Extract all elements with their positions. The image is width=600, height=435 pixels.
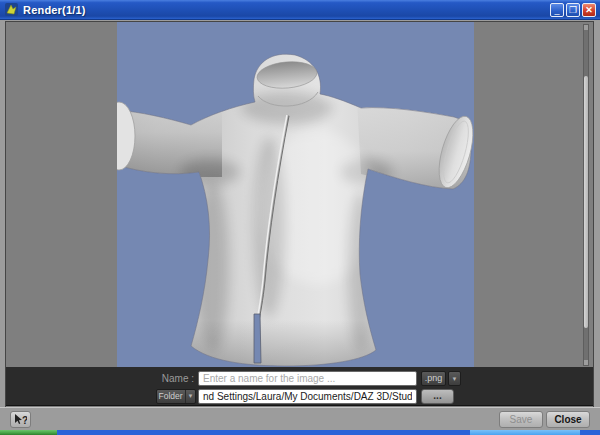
format-select[interactable]: .png <box>421 371 446 386</box>
scroll-down-icon[interactable] <box>584 360 588 365</box>
minimize-button[interactable]: _ <box>550 3 564 17</box>
start-button-edge <box>0 430 57 435</box>
save-form-bar: Name : .png ▼ Folder ▼ ... <box>6 367 593 406</box>
footer-bar: ? Save Close <box>0 407 600 430</box>
taskbar-edge <box>0 430 600 435</box>
window-controls: _ ❐ ✕ <box>550 3 596 17</box>
close-window-button[interactable]: ✕ <box>582 3 596 17</box>
folder-label: Folder <box>158 390 182 403</box>
help-cursor-icon: ? <box>14 414 27 426</box>
restore-icon: ❐ <box>567 5 579 16</box>
folder-path-input[interactable] <box>198 389 417 404</box>
shirt-render <box>117 22 474 367</box>
restore-button[interactable]: ❐ <box>566 3 580 17</box>
window-title: Render(1/1) <box>23 4 86 16</box>
scroll-up-icon[interactable] <box>584 25 588 30</box>
minimize-icon: _ <box>551 5 563 16</box>
save-button[interactable]: Save <box>499 411 543 428</box>
app-icon <box>5 3 18 16</box>
format-dropdown-arrow-icon[interactable]: ▼ <box>448 371 461 386</box>
render-panel: Name : .png ▼ Folder ▼ ... <box>5 21 594 407</box>
folder-dropdown[interactable]: Folder ▼ <box>156 389 196 404</box>
browse-button[interactable]: ... <box>421 389 454 404</box>
svg-text:?: ? <box>22 415 27 426</box>
taskbar-button-edge <box>470 430 580 435</box>
title-bar[interactable]: Render(1/1) _ ❐ ✕ <box>0 0 600 20</box>
folder-dropdown-arrow-icon: ▼ <box>185 390 194 403</box>
name-input[interactable] <box>198 371 417 386</box>
close-icon: ✕ <box>583 5 595 16</box>
name-label: Name : <box>124 373 194 384</box>
rendered-image <box>117 22 474 367</box>
render-dialog-window: Render(1/1) _ ❐ ✕ <box>0 0 600 435</box>
scrollbar-thumb[interactable] <box>584 76 588 328</box>
whats-this-help-button[interactable]: ? <box>10 411 31 428</box>
close-button[interactable]: Close <box>546 411 590 428</box>
render-scrollbar[interactable] <box>583 24 589 366</box>
